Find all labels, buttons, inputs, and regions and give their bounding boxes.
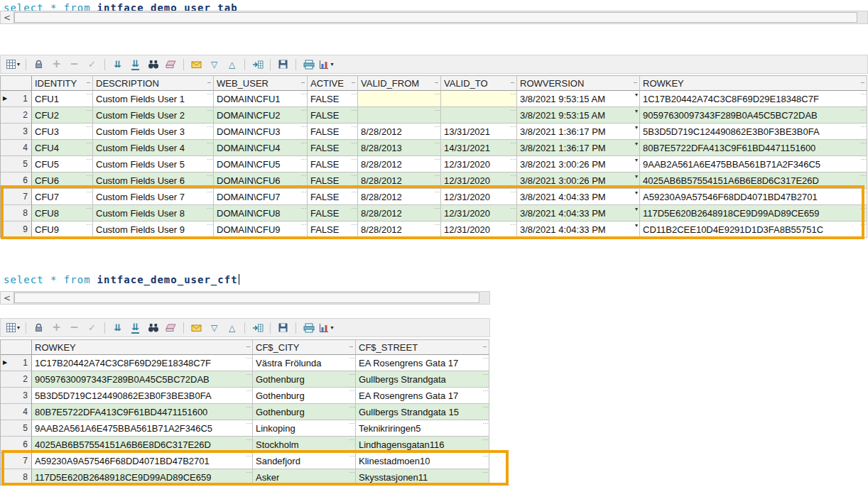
- grid-cell[interactable]: CFU3…: [32, 124, 93, 140]
- grid-cell[interactable]: 8/28/2012…: [358, 156, 441, 173]
- grid-cell[interactable]: Gothenburg…: [253, 404, 356, 420]
- grid-cell[interactable]: 3/8/2021 9:53:15 AM▾: [517, 107, 640, 124]
- sort-descending-button[interactable]: ▽: [206, 320, 222, 336]
- horizontal-scrollbar-top[interactable]: <: [0, 11, 868, 24]
- grid-cell[interactable]: 4025AB6B57554151A6B6E8D6C317E26D…: [640, 173, 867, 189]
- grid-cell[interactable]: Gullbergs Strandgata…: [356, 371, 489, 388]
- grid-cell[interactable]: Gullbergs Strandgata 15…: [356, 404, 489, 420]
- find-button[interactable]: [145, 57, 161, 72]
- grid-cell[interactable]: 12/31/2020…: [441, 189, 517, 205]
- fetch-all-button[interactable]: ⇊: [127, 57, 143, 72]
- column-header-identity[interactable]: IDENTITY: [32, 76, 93, 91]
- grid-cell[interactable]: A59230A9A57546F68DD4071BD47B2701…: [640, 189, 867, 205]
- grid-cell[interactable]: EA Rosengrens Gata 17…: [356, 388, 489, 404]
- export-mail-button[interactable]: [188, 320, 205, 336]
- grid-cell[interactable]: Custom Fields User 5…: [93, 156, 214, 173]
- lock-button[interactable]: [31, 57, 47, 72]
- grid-cell[interactable]: 8/28/2012…: [358, 221, 441, 238]
- grid-cell[interactable]: CFU4…: [32, 140, 93, 156]
- column-header-description[interactable]: DESCRIPTION: [93, 76, 214, 91]
- grid-cell[interactable]: CFU9…: [32, 221, 93, 238]
- grid-cell[interactable]: Custom Fields User 7…: [93, 189, 214, 205]
- row-number[interactable]: 4: [1, 140, 32, 156]
- grid-cell[interactable]: Custom Fields User 1…: [93, 91, 214, 107]
- grid-cell[interactable]: 3/8/2021 4:04:33 PM▾: [517, 221, 640, 238]
- find-button[interactable]: [145, 320, 161, 336]
- grid-cell[interactable]: CFU7…: [32, 189, 93, 205]
- grid-cell[interactable]: Custom Fields User 9…: [93, 221, 214, 238]
- grid-cell[interactable]: Gothenburg…: [253, 371, 356, 388]
- grid-cell[interactable]: FALSE…: [308, 107, 358, 124]
- grid-cell[interactable]: 9AAB2A561A6E475BBA561B71A2F346C5…: [32, 420, 253, 437]
- grid-cell[interactable]: 90597630097343F289B0A45C5BC72DAB…: [640, 107, 867, 124]
- column-header-web-user[interactable]: WEB_USER: [214, 76, 308, 91]
- grid-cell[interactable]: DOMAIN\CFU9…: [214, 221, 308, 238]
- grid-cell[interactable]: FALSE…: [308, 156, 358, 173]
- row-number[interactable]: 6: [1, 437, 32, 453]
- grid-cell[interactable]: Custom Fields User 6…: [93, 173, 214, 189]
- add-record-button[interactable]: +: [48, 320, 65, 336]
- row-number[interactable]: 3: [1, 388, 32, 404]
- delete-record-button[interactable]: −: [66, 320, 82, 336]
- scroll-left-button[interactable]: <: [1, 11, 14, 23]
- grid-cell[interactable]: 90597630097343F289B0A45C5BC72DAB…: [32, 371, 253, 388]
- column-header-cf-city[interactable]: CF$_CITY: [253, 340, 356, 355]
- export-mail-button[interactable]: [188, 57, 205, 72]
- grid-cell[interactable]: 1C17B20442A74C3C8F69D29E18348C7F…: [640, 91, 867, 107]
- grid-cell[interactable]: 12/31/2020…: [441, 221, 517, 238]
- grid-cell[interactable]: FALSE…: [308, 124, 358, 140]
- sort-descending-button[interactable]: ▽: [206, 57, 222, 72]
- fetch-all-button[interactable]: ⇊: [127, 320, 143, 336]
- grid-cell[interactable]: Stockholm…: [253, 437, 356, 453]
- lock-button[interactable]: [31, 320, 47, 336]
- horizontal-scrollbar-bottom[interactable]: <: [0, 291, 490, 305]
- grid-cell[interactable]: 14/31/2021…: [441, 140, 517, 156]
- grid-cell[interactable]: 12/31/2020…: [441, 156, 517, 173]
- grid-cell[interactable]: Custom Fields User 3…: [93, 124, 214, 140]
- grid-cell[interactable]: 5B3D5D719C124490862E3B0F3BE3B0FA…: [640, 124, 867, 140]
- grid-cell[interactable]: 5B3D5D719C124490862E3B0F3BE3B0FA…: [32, 388, 253, 404]
- fetch-next-button[interactable]: ⇊: [109, 320, 126, 336]
- grid-cell[interactable]: DOMAIN\CFU3…: [214, 124, 308, 140]
- grid-cell[interactable]: FALSE…: [308, 221, 358, 238]
- grid-cell[interactable]: 3/8/2021 4:04:33 PM▾: [517, 189, 640, 205]
- grid-cell[interactable]: Klinestadmoen10…: [356, 453, 489, 469]
- grid-cell[interactable]: DOMAIN\CFU7…: [214, 189, 308, 205]
- grid-cell[interactable]: 80B7E5722DFA413C9F61BD4471151600…: [640, 140, 867, 156]
- grid-cell[interactable]: DOMAIN\CFU8…: [214, 205, 308, 221]
- grid-cell[interactable]: FALSE…: [308, 140, 358, 156]
- grid-cell[interactable]: 80B7E5722DFA413C9F61BD4471151600…: [32, 404, 253, 420]
- grid-cell[interactable]: EA Rosengrens Gata 17…: [356, 355, 489, 371]
- scroll-left-button[interactable]: <: [1, 292, 14, 304]
- grid-cell[interactable]: 117D5E620B2648918CE9D99AD89CE659…: [640, 205, 867, 221]
- column-header-cf-street[interactable]: CF$_STREET: [356, 340, 489, 355]
- export-data-button[interactable]: [249, 320, 266, 336]
- sort-ascending-button[interactable]: △: [224, 320, 240, 336]
- grid-cell[interactable]: CD11B2CEE10D4E9291D1D3FA8B55751C…: [640, 221, 867, 238]
- grid-cell[interactable]: CFU6…: [32, 173, 93, 189]
- column-header-valid-from[interactable]: VALID_FROM: [358, 76, 441, 91]
- grid-cell[interactable]: DOMAIN\CFU5…: [214, 156, 308, 173]
- print-button[interactable]: [300, 57, 317, 72]
- chart-button[interactable]: ▾: [318, 320, 335, 336]
- scrollbar-thumb[interactable]: [14, 12, 857, 23]
- grid-cell[interactable]: 12/31/2020…: [441, 173, 517, 189]
- grid-cell[interactable]: Teknikriringen5…: [356, 420, 489, 437]
- grid-cell[interactable]: DOMAIN\CFU1…: [214, 91, 308, 107]
- add-record-button[interactable]: +: [48, 57, 65, 72]
- grid-cell[interactable]: 4025AB6B57554151A6B6E8D6C317E26D…: [32, 437, 253, 453]
- row-number[interactable]: 8: [1, 469, 32, 486]
- post-edit-button[interactable]: ✓: [84, 320, 100, 336]
- grid-cell[interactable]: 3/8/2021 4:04:33 PM▾: [517, 205, 640, 221]
- row-number[interactable]: 7: [1, 453, 32, 469]
- grid-cell[interactable]: 3/8/2021 1:36:17 PM▾: [517, 140, 640, 156]
- grid-cell[interactable]: 3/8/2021 1:36:17 PM▾: [517, 124, 640, 140]
- row-number[interactable]: 3: [1, 124, 32, 140]
- grid-cell[interactable]: 3/8/2021 3:00:26 PM▾: [517, 156, 640, 173]
- grid-cell[interactable]: Asker…: [253, 469, 356, 486]
- post-edit-button[interactable]: ✓: [84, 57, 100, 72]
- grid-cell[interactable]: Lindhagensgatan116…: [356, 437, 489, 453]
- grid-cell[interactable]: A59230A9A57546F68DD4071BD47B2701…: [32, 453, 253, 469]
- column-header-active[interactable]: ACTIVE: [308, 76, 358, 91]
- column-header-valid-to[interactable]: VALID_TO: [441, 76, 517, 91]
